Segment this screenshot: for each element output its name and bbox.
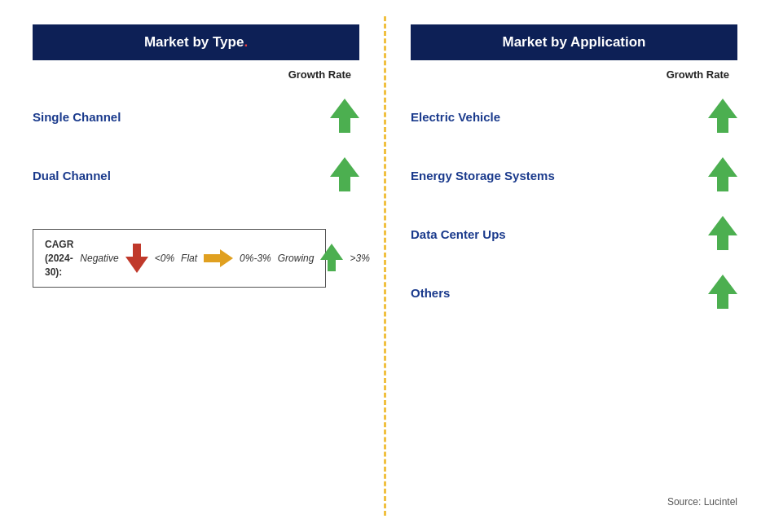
negative-range: <0% [155, 253, 174, 264]
right-panel: Market by Application Growth Rate Electr… [394, 16, 754, 516]
dashed-divider [384, 16, 386, 516]
right-row-others: Others [411, 263, 737, 322]
left-row-dual-channel: Dual Channel [33, 146, 359, 204]
right-growth-rate-label: Growth Rate [411, 68, 737, 81]
right-panel-title: Market by Application [411, 24, 737, 60]
right-panel-content: Growth Rate Electric Vehicle Energy Stor… [411, 68, 737, 508]
source-text: Source: Lucintel [411, 480, 737, 508]
growing-label: Growing [278, 253, 315, 264]
orange-arrow-right-icon [204, 249, 233, 267]
flat-label-text: Flat [181, 253, 197, 264]
flat-label: Flat [181, 253, 197, 264]
data-center-label: Data Center Ups [411, 227, 506, 241]
right-row-data-center: Data Center Ups [411, 204, 737, 263]
flat-range: 0%-3% [240, 253, 271, 264]
negative-label: Negative [80, 253, 118, 264]
left-growth-rate-label: Growth Rate [33, 68, 359, 81]
left-panel-title-text: Market by Type [144, 34, 244, 50]
dual-channel-label: Dual Channel [33, 169, 111, 182]
left-panel-content: Growth Rate Single Channel Dual Channel … [33, 68, 359, 508]
title-red-dot: . [244, 34, 248, 50]
energy-storage-label: Energy Storage Systems [411, 169, 555, 182]
energy-storage-arrow-up-icon [708, 157, 737, 193]
right-row-electric-vehicle: Electric Vehicle [411, 87, 737, 146]
single-channel-label: Single Channel [33, 110, 121, 124]
green-arrow-up-small-icon [320, 244, 343, 273]
left-row-single-channel: Single Channel [33, 87, 359, 146]
right-panel-title-text: Market by Application [502, 34, 645, 50]
single-channel-arrow-up-icon [330, 99, 359, 134]
right-row-energy-storage: Energy Storage Systems [411, 146, 737, 204]
others-arrow-up-icon [708, 275, 737, 310]
left-panel-title: Market by Type. [33, 24, 359, 60]
growing-label-text: Growing [278, 253, 315, 264]
legend-box: CAGR(2024-30): Negative <0% Flat 0%-3% G… [33, 229, 326, 288]
red-arrow-down-icon [125, 244, 148, 273]
negative-label-text: Negative [80, 253, 118, 264]
main-container: Market by Type. Growth Rate Single Chann… [0, 0, 770, 532]
growing-range: >3% [350, 253, 369, 264]
dual-channel-arrow-up-icon [330, 157, 359, 193]
others-label: Others [411, 286, 450, 300]
electric-vehicle-arrow-up-icon [708, 99, 737, 134]
data-center-arrow-up-icon [708, 216, 737, 252]
electric-vehicle-label: Electric Vehicle [411, 110, 500, 124]
left-panel: Market by Type. Growth Rate Single Chann… [16, 16, 376, 516]
cagr-label: CAGR(2024-30): [45, 238, 73, 279]
